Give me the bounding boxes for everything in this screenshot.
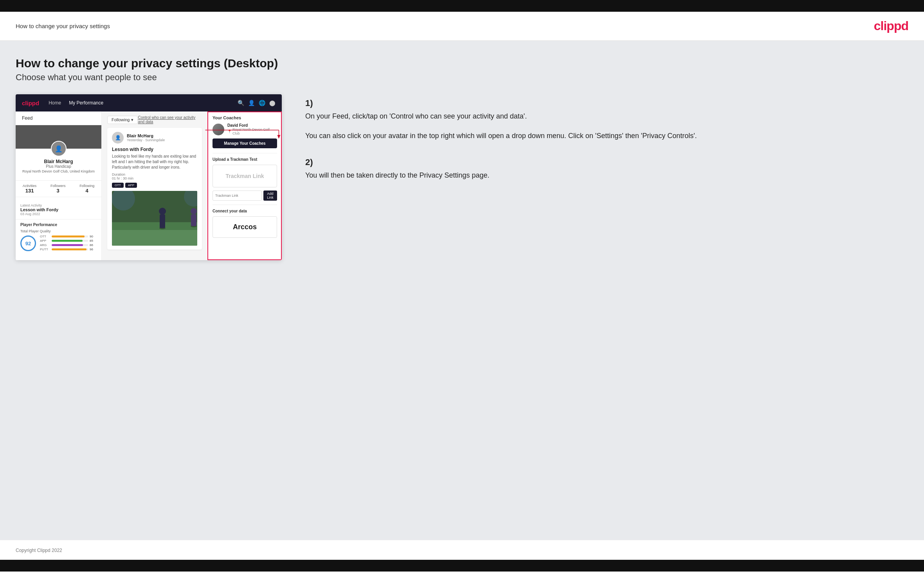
activity-user-info: Blair McHarg Yesterday · Sunningdale xyxy=(127,133,165,142)
stat-followers-label: Followers xyxy=(50,184,66,188)
tag-ott: OTT xyxy=(112,183,124,188)
tpq-bar-track xyxy=(52,235,88,237)
coach-club: 📍 Royal North Devon Golf Club xyxy=(227,128,277,135)
svg-rect-6 xyxy=(160,214,165,228)
coach-item: David Ford 📍 Royal North Devon Golf Club xyxy=(213,123,277,135)
right-panel-wrapper: Your Coaches David Ford 📍 Royal North De… xyxy=(207,111,282,260)
activity-user: 👤 Blair McHarg Yesterday · Sunningdale xyxy=(112,132,197,144)
app-right-panel: Your Coaches David Ford 📍 Royal North De… xyxy=(207,111,282,242)
step1-text-block: On your Feed, click/tap on 'Control who … xyxy=(305,111,908,122)
latest-activity: Latest Activity Lesson with Fordy 03 Aug… xyxy=(16,200,101,219)
trackman-section: Upload a Trackman Test Trackman Link Add… xyxy=(213,153,277,201)
feed-header: Following ▾ Control who can see your act… xyxy=(107,115,202,124)
avatar-icon[interactable]: ⬤ xyxy=(269,100,276,106)
coach-name: David Ford xyxy=(227,123,277,128)
nav-link-home[interactable]: Home xyxy=(49,100,61,106)
profile-club: Royal North Devon Golf Club, United King… xyxy=(20,169,97,173)
connect-section: Connect your data Arccos xyxy=(213,205,277,238)
coach-avatar xyxy=(213,124,224,135)
instructions-panel: 1) On your Feed, click/tap on 'Control w… xyxy=(297,94,908,196)
tpq-label: Total Player Quality xyxy=(20,229,97,233)
stat-followers: Followers 3 xyxy=(50,184,66,194)
stat-activities-label: Activities xyxy=(23,184,37,188)
svg-rect-2 xyxy=(112,230,197,246)
app-feed: Following ▾ Control who can see your act… xyxy=(102,111,207,260)
activity-avatar: 👤 xyxy=(112,132,124,144)
activity-duration: Duration 01 hr : 30 min xyxy=(112,173,197,180)
step1-extra-text: You can also click on your avatar in the… xyxy=(305,131,908,142)
player-perf-title: Player Performance xyxy=(20,223,97,227)
coaches-title: Your Coaches xyxy=(213,115,277,120)
activity-user-location: Yesterday · Sunningdale xyxy=(127,138,165,142)
trackman-input[interactable] xyxy=(213,191,262,201)
search-icon[interactable]: 🔍 xyxy=(238,100,244,106)
player-performance: Player Performance Total Player Quality … xyxy=(16,219,101,255)
step2-number: 2) xyxy=(305,157,313,167)
tpq-bar-label: ARG xyxy=(40,243,50,247)
tpq-bar-label: APP xyxy=(40,239,50,243)
header-page-title: How to change your privacy settings xyxy=(16,23,110,29)
top-bar xyxy=(0,0,924,12)
feed-tab[interactable]: Feed xyxy=(16,111,101,125)
latest-activity-date: 03 Aug 2022 xyxy=(20,212,97,216)
site-header: How to change your privacy settings clip… xyxy=(0,12,924,41)
tpq-bar-row: PUTT 96 xyxy=(40,248,97,251)
step1-number: 1) xyxy=(305,98,313,108)
control-link[interactable]: Control who can see your activity and da… xyxy=(138,115,202,124)
profile-info: Blair McHarg Plus Handicap Royal North D… xyxy=(16,159,101,177)
tpq-bar-track xyxy=(52,240,88,242)
svg-rect-9 xyxy=(191,214,196,226)
step1-content: 1) xyxy=(305,98,908,110)
tpq-bar-fill xyxy=(52,240,83,242)
tpq-circle: 92 xyxy=(20,235,36,251)
profile-stats: Activities 131 Followers 3 Following 4 xyxy=(16,180,101,197)
chevron-down-icon: ▾ xyxy=(131,117,133,122)
stat-following-label: Following xyxy=(79,184,94,188)
page-subheading: Choose what you want people to see xyxy=(16,72,908,83)
site-footer: Copyright Clippd 2022 xyxy=(0,540,924,560)
svg-point-7 xyxy=(159,208,166,215)
app-nav: clippd Home My Performance 🔍 👤 🌐 ⬤ xyxy=(16,94,282,111)
footer-copyright: Copyright Clippd 2022 xyxy=(16,548,62,553)
step2-text-block: You will then be taken directly to the P… xyxy=(305,170,908,181)
tpq-bar-row: ARG 86 xyxy=(40,243,97,247)
stat-followers-value: 3 xyxy=(50,188,66,194)
bottom-bar xyxy=(0,560,924,572)
tpq-bar-row: OTT 90 xyxy=(40,235,97,238)
connect-title: Connect your data xyxy=(213,209,277,213)
content-layout: clippd Home My Performance 🔍 👤 🌐 ⬤ Feed xyxy=(16,94,908,260)
tpq-bar-value: 96 xyxy=(90,248,97,251)
user-icon[interactable]: 👤 xyxy=(248,100,255,106)
page-heading: How to change your privacy settings (Des… xyxy=(16,57,908,70)
tpq-bar-label: PUTT xyxy=(40,248,50,251)
arccos-box: Arccos xyxy=(213,216,277,238)
trackman-box: Trackman Link xyxy=(213,165,277,187)
stat-activities-value: 131 xyxy=(23,188,37,194)
app-nav-icons: 🔍 👤 🌐 ⬤ xyxy=(238,100,276,106)
main-content: How to change your privacy settings (Des… xyxy=(0,41,924,540)
trackman-placeholder: Trackman Link xyxy=(217,173,273,179)
following-button[interactable]: Following ▾ xyxy=(107,116,138,124)
trackman-input-row: Add Link xyxy=(213,191,277,201)
coaches-section: Your Coaches David Ford 📍 Royal North De… xyxy=(213,115,277,148)
tpq-bar-fill xyxy=(52,248,86,250)
activity-user-name: Blair McHarg xyxy=(127,133,165,138)
tpq-bar-fill xyxy=(52,235,85,237)
latest-activity-title: Lesson with Fordy xyxy=(20,207,97,212)
tpq-bars: OTT 90 APP 85 ARG 86 PUTT 96 xyxy=(40,235,97,252)
app-body: Feed 👤 Blair McHarg Plus Handicap Royal … xyxy=(16,111,282,260)
stat-activities: Activities 131 xyxy=(23,184,37,194)
instruction-step-1: 1) On your Feed, click/tap on 'Control w… xyxy=(305,98,908,142)
trackman-title: Upload a Trackman Test xyxy=(213,157,277,162)
coach-info: David Ford 📍 Royal North Devon Golf Club xyxy=(227,123,277,135)
manage-coaches-button[interactable]: Manage Your Coaches xyxy=(213,138,277,148)
tpq-bar-track xyxy=(52,248,88,250)
trackman-add-button[interactable]: Add Link xyxy=(263,191,277,201)
app-nav-logo: clippd xyxy=(22,100,39,106)
globe-icon[interactable]: 🌐 xyxy=(259,100,265,106)
nav-link-performance[interactable]: My Performance xyxy=(69,100,103,106)
profile-name: Blair McHarg xyxy=(20,159,97,164)
arccos-text: Arccos xyxy=(217,223,273,231)
tpq-bar-value: 85 xyxy=(90,239,97,243)
profile-handicap: Plus Handicap xyxy=(20,164,97,169)
